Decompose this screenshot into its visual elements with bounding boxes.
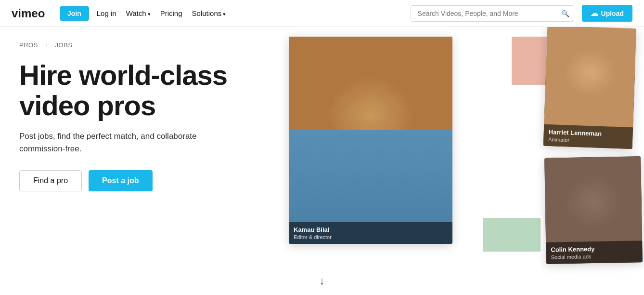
profile-name-main: Kamau Bilal <box>294 226 448 234</box>
deco-green <box>483 218 541 252</box>
breadcrumb: PROS / JOBS <box>19 41 241 49</box>
right-panel: Kamau Bilal Editor & director Harriet Le… <box>260 27 644 295</box>
profile-role-main: Editor & director <box>294 234 448 240</box>
post-job-button[interactable]: Post a job <box>89 170 152 191</box>
breadcrumb-pros[interactable]: PROS <box>19 41 38 49</box>
profile-card-main[interactable]: Kamau Bilal Editor & director <box>289 37 452 244</box>
header: vimeo Join Log in Watch Pricing Solution… <box>0 0 644 27</box>
main-content: PROS / JOBS Hire world-class video pros … <box>0 27 644 295</box>
search-icon: 🔍 <box>561 10 569 17</box>
profile-photo-main <box>289 37 452 244</box>
nav-pricing[interactable]: Pricing <box>160 9 182 17</box>
svg-text:vimeo: vimeo <box>12 7 45 20</box>
nav-solutions[interactable]: Solutions <box>192 9 226 17</box>
logo[interactable]: vimeo <box>12 7 50 20</box>
profile-label-top-right: Harriet Lenneman Animator <box>543 124 633 149</box>
nav-watch[interactable]: Watch <box>126 9 151 17</box>
left-panel: PROS / JOBS Hire world-class video pros … <box>0 27 260 295</box>
upload-cloud-icon: ☁ <box>591 9 598 18</box>
breadcrumb-separator: / <box>46 41 48 49</box>
profile-card-top-right[interactable]: Harriet Lenneman Animator <box>543 27 637 149</box>
join-button[interactable]: Join <box>60 6 89 21</box>
search-input[interactable] <box>411 5 574 22</box>
upload-label: Upload <box>601 10 624 17</box>
deco-salmon <box>512 37 550 85</box>
profile-label-bottom-right: Colin Kennedy Social media ads <box>546 241 643 264</box>
hero-buttons: Find a pro Post a job <box>19 170 241 191</box>
breadcrumb-jobs[interactable]: JOBS <box>55 41 72 49</box>
hero-subtitle: Post jobs, find the perfect match, and c… <box>19 130 202 155</box>
nav-login[interactable]: Log in <box>97 9 116 17</box>
profile-role-bottom-right: Social media ads <box>551 253 638 260</box>
find-pro-button[interactable]: Find a pro <box>19 170 82 191</box>
search-container: 🔍 <box>411 5 574 22</box>
scroll-down-icon[interactable]: ↓ <box>320 275 325 287</box>
profile-label-main: Kamau Bilal Editor & director <box>289 222 452 244</box>
profile-card-bottom-right[interactable]: Colin Kennedy Social media ads <box>544 156 643 264</box>
hero-title: Hire world-class video pros <box>19 60 241 121</box>
upload-button[interactable]: ☁ Upload <box>582 5 632 22</box>
